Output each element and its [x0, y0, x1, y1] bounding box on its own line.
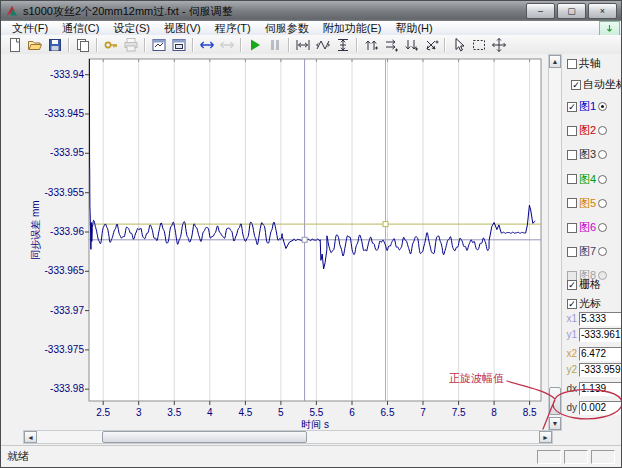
menu-item-3[interactable]: 设定(S)	[106, 21, 157, 36]
menu-overflow-button[interactable]	[599, 21, 620, 36]
plot-1-radio[interactable]	[598, 102, 607, 111]
plot-6-checkbox[interactable]	[567, 223, 577, 233]
menu-item-7[interactable]: 附加功能(E)	[316, 21, 389, 36]
link-x-alt-button[interactable]	[217, 36, 237, 54]
x1-field[interactable]	[579, 312, 622, 326]
scale-up-button[interactable]	[361, 36, 381, 54]
y1-label: y1	[565, 329, 577, 340]
auto-axis-row: ✓自动坐标	[571, 78, 622, 91]
cursor-1-marker[interactable]	[302, 237, 307, 242]
window-1-button[interactable]	[149, 36, 169, 54]
menu-item-1[interactable]: 文件(F)	[5, 21, 55, 36]
x-tick-label: 8.5	[523, 407, 537, 418]
link-x-button[interactable]	[197, 36, 217, 54]
main-area: 2.533.544.555.566.577.588.5-333.94-333.9…	[1, 54, 622, 447]
coaxial-checkbox[interactable]	[567, 59, 577, 69]
menu-item-4[interactable]: 视图(V)	[157, 21, 208, 36]
window-controls: – ▢ ×	[526, 3, 617, 19]
plot-4-radio[interactable]	[598, 175, 607, 184]
x2-field[interactable]	[579, 347, 622, 361]
plot-2-checkbox[interactable]	[567, 126, 577, 136]
toolbar-separator	[144, 38, 146, 52]
scroll-up-button[interactable]: ▲	[549, 55, 561, 68]
plot-3-row: 图3	[567, 148, 607, 161]
window-2-button[interactable]	[169, 36, 189, 54]
cursor-2-marker[interactable]	[383, 222, 388, 227]
dx-field[interactable]	[579, 382, 622, 396]
cursor-row: ✓光标	[567, 297, 601, 310]
plot-7-label: 图7	[579, 244, 596, 259]
zoom-x-icon	[315, 37, 331, 53]
key-button[interactable]	[101, 36, 121, 54]
plot-5-label: 图5	[579, 196, 596, 211]
plot-7-checkbox[interactable]	[567, 247, 577, 257]
plot-4-checkbox[interactable]	[567, 174, 577, 184]
toolbar	[1, 35, 621, 55]
dy-field[interactable]	[579, 401, 622, 415]
zoom-x-button[interactable]	[313, 36, 333, 54]
grid-checkbox[interactable]: ✓	[567, 280, 577, 290]
scale-right-button[interactable]	[381, 36, 401, 54]
plot-1-checkbox[interactable]: ✓	[567, 102, 577, 112]
plot-7-radio[interactable]	[598, 247, 607, 256]
new-file-button[interactable]	[5, 36, 25, 54]
cursor-checkbox[interactable]: ✓	[567, 299, 577, 309]
plot-area[interactable]	[89, 59, 541, 401]
titlebar[interactable]: s1000攻丝2个20mm12mm过.fxt - 伺服调整 – ▢ ×	[1, 1, 621, 22]
select-tool-icon	[471, 37, 487, 53]
print-button[interactable]	[121, 36, 141, 54]
scroll-left-button[interactable]: ◄	[24, 431, 37, 443]
y-tick-label: -333.95	[50, 147, 84, 158]
auto-axis-checkbox[interactable]: ✓	[571, 80, 581, 90]
copy-button[interactable]	[73, 36, 93, 54]
status-text: 就绪	[7, 449, 29, 464]
plot-4-label: 图4	[579, 172, 596, 187]
chart[interactable]: 2.533.544.555.566.577.588.5-333.94-333.9…	[9, 54, 547, 430]
menu-item-8[interactable]: 帮助(H)	[388, 21, 439, 36]
pointer-tool-button[interactable]	[449, 36, 469, 54]
toolbar-separator	[96, 38, 98, 52]
menu-item-2[interactable]: 通信(C)	[55, 21, 106, 36]
scale-down-icon	[403, 37, 419, 53]
scale-diagonal-icon	[423, 37, 439, 53]
maximize-button[interactable]: ▢	[557, 3, 586, 19]
select-tool-button[interactable]	[469, 36, 489, 54]
y2-field[interactable]	[579, 363, 622, 377]
scale-diagonal-button[interactable]	[421, 36, 441, 54]
plot-6-radio[interactable]	[598, 223, 607, 232]
scroll-down-button[interactable]: ▼	[549, 417, 561, 430]
plot-5-checkbox[interactable]	[567, 198, 577, 208]
cursor-label: 光标	[579, 296, 601, 311]
panel-vertical-scrollbar[interactable]: ▲ ▼	[548, 54, 562, 431]
fit-y-button[interactable]	[333, 36, 353, 54]
menu-item-6[interactable]: 伺服参数	[258, 21, 316, 36]
x-tick-label: 5	[278, 407, 284, 418]
save-file-button[interactable]	[45, 36, 65, 54]
minimize-button[interactable]: –	[526, 3, 555, 19]
vertical-scroll-thumb[interactable]	[549, 387, 561, 415]
start-sampling-button[interactable]	[245, 36, 265, 54]
x2-readout-row: x2	[565, 347, 622, 360]
menu-item-5[interactable]: 程序(T)	[208, 21, 258, 36]
open-file-button[interactable]	[25, 36, 45, 54]
close-button[interactable]: ×	[588, 3, 617, 19]
scroll-right-button[interactable]: ►	[539, 431, 552, 443]
x-tick-label: 6	[349, 407, 355, 418]
y1-field[interactable]	[579, 328, 622, 342]
plot-2-radio[interactable]	[598, 126, 607, 135]
horizontal-scroll-thumb[interactable]	[102, 431, 307, 443]
move-tool-button[interactable]	[489, 36, 509, 54]
plot-5-radio[interactable]	[598, 199, 607, 208]
link-x-alt-icon	[219, 37, 235, 53]
plot-3-radio[interactable]	[598, 150, 607, 159]
x-tick-label: 4.5	[238, 407, 252, 418]
plot-3-checkbox[interactable]	[567, 150, 577, 160]
chart-horizontal-scrollbar[interactable]: ◄ ►	[23, 430, 553, 444]
x-tick-label: 2.5	[96, 407, 110, 418]
key-icon	[103, 37, 119, 53]
status-cell	[564, 450, 588, 464]
x-tick-label: 8	[491, 407, 497, 418]
scale-down-button[interactable]	[401, 36, 421, 54]
pause-sampling-button[interactable]	[265, 36, 285, 54]
fit-x-button[interactable]	[293, 36, 313, 54]
